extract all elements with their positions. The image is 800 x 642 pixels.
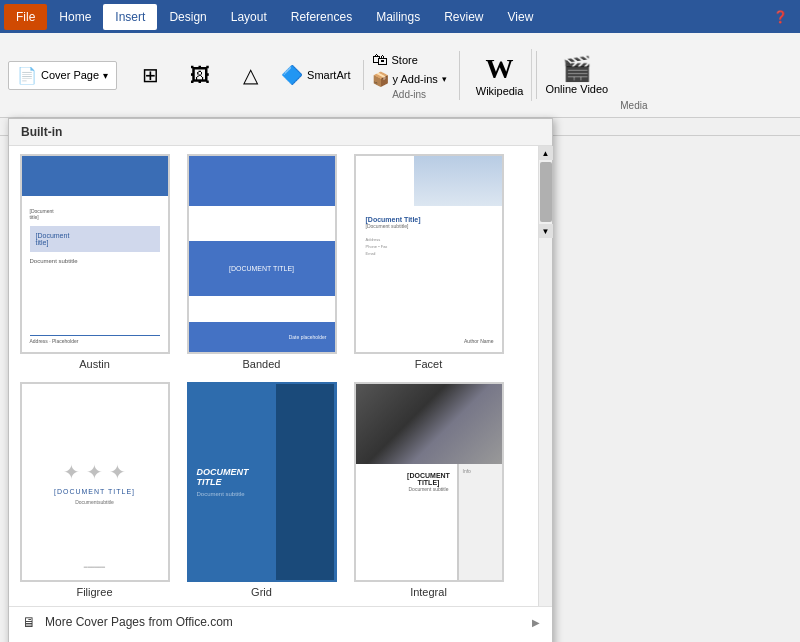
integral-label: Integral <box>410 586 447 598</box>
ribbon: 📄 Cover Page ▾ ⊞ 🖼 △ 🔷 SmartArt 🛍 Store … <box>0 33 800 118</box>
smartart-icon: 🔷 <box>281 64 303 86</box>
remove-cover-page-button[interactable]: ✖ Remove Current Cover Page <box>9 637 552 642</box>
menu-item-layout[interactable]: Layout <box>219 4 279 30</box>
menu-item-view[interactable]: View <box>496 4 546 30</box>
add-ins-dropdown[interactable]: ▾ <box>442 74 447 84</box>
smartart-button[interactable]: 🔷 SmartArt <box>275 60 363 90</box>
austin-label: Austin <box>79 358 110 370</box>
dropdown-footer: 🖥 More Cover Pages from Office.com ▶ ✖ R… <box>9 606 552 642</box>
austin-cover-item[interactable]: [Documenttitle] [Documenttitle] Document… <box>17 154 172 370</box>
menu-item-mailings[interactable]: Mailings <box>364 4 432 30</box>
store-section: 🛍 Store 📦 y Add-ins ▾ Add-ins <box>372 51 460 100</box>
menu-bar: File Home Insert Design Layout Reference… <box>0 0 800 33</box>
integral-cover-item[interactable]: [DOCUMENTTITLE] Document subtitle Info I… <box>351 382 506 598</box>
menu-item-references[interactable]: References <box>279 4 364 30</box>
cover-page-button[interactable]: 📄 Cover Page ▾ <box>8 61 117 90</box>
scrollbar-down-button[interactable]: ▼ <box>539 224 553 238</box>
more-cover-pages-icon: 🖥 <box>21 614 37 630</box>
filigree-label: Filigree <box>76 586 112 598</box>
banded-cover-item[interactable]: [DOCUMENT TITLE] Date placeholder Banded <box>184 154 339 370</box>
grid-cover-item[interactable]: DOCUMENT TITLE Document subtitle Grid <box>184 382 339 598</box>
add-ins-button[interactable]: 📦 y Add-ins ▾ <box>372 71 447 87</box>
wikipedia-button[interactable]: W Wikipedia <box>468 49 533 101</box>
table-button[interactable]: ⊞ <box>125 50 175 100</box>
menu-item-design[interactable]: Design <box>157 4 218 30</box>
facet-cover-thumb: [Document Title] [Document subtitle] Add… <box>354 154 504 354</box>
menu-item-insert[interactable]: Insert <box>103 4 157 30</box>
more-cover-pages-button[interactable]: 🖥 More Cover Pages from Office.com ▶ <box>9 607 552 637</box>
scrollbar-up-button[interactable]: ▲ <box>539 146 553 160</box>
grid-cover-thumb: DOCUMENT TITLE Document subtitle <box>187 382 337 582</box>
picture-button[interactable]: 🖼 <box>175 50 225 100</box>
help-icon[interactable]: ❓ <box>765 6 796 28</box>
filigree-cover-item[interactable]: ✦ ✦ ✦ [DOCUMENT TITLE] Documentsubtitle … <box>17 382 172 598</box>
add-ins-icon: 📦 <box>372 71 389 87</box>
banded-cover-thumb: [DOCUMENT TITLE] Date placeholder <box>187 154 337 354</box>
grid-label: Grid <box>251 586 272 598</box>
cover-page-icon: 📄 <box>17 66 37 85</box>
banded-label: Banded <box>243 358 281 370</box>
scrollbar-thumb[interactable] <box>540 162 552 222</box>
picture-icon: 🖼 <box>190 64 210 87</box>
covers-grid: [Documenttitle] [Documenttitle] Document… <box>9 146 552 606</box>
filigree-cover-thumb: ✦ ✦ ✦ [DOCUMENT TITLE] Documentsubtitle … <box>20 382 170 582</box>
austin-cover-thumb: [Documenttitle] [Documenttitle] Document… <box>20 154 170 354</box>
menu-item-review[interactable]: Review <box>432 4 495 30</box>
dropdown-header: Built-in <box>9 119 552 146</box>
facet-cover-item[interactable]: [Document Title] [Document subtitle] Add… <box>351 154 506 370</box>
store-icon: 🛍 <box>372 51 388 69</box>
cover-page-dropdown: Built-in [Documenttitle] [Documenttitle]… <box>8 118 553 642</box>
menu-item-file[interactable]: File <box>4 4 47 30</box>
more-arrow-icon: ▶ <box>532 617 540 628</box>
online-video-button[interactable]: 🎬 Online Video <box>536 51 616 99</box>
wikipedia-icon: W <box>486 53 514 85</box>
table-icon: ⊞ <box>142 63 159 87</box>
integral-cover-thumb: [DOCUMENTTITLE] Document subtitle Info <box>354 382 504 582</box>
scrollbar[interactable]: ▲ ▼ <box>538 146 552 606</box>
online-video-icon: 🎬 <box>562 55 592 83</box>
shapes-icon: △ <box>243 63 258 87</box>
facet-label: Facet <box>415 358 443 370</box>
menu-item-home[interactable]: Home <box>47 4 103 30</box>
shapes-button[interactable]: △ <box>225 50 275 100</box>
cover-page-dropdown-arrow: ▾ <box>103 70 108 81</box>
store-button[interactable]: 🛍 Store <box>372 51 447 69</box>
